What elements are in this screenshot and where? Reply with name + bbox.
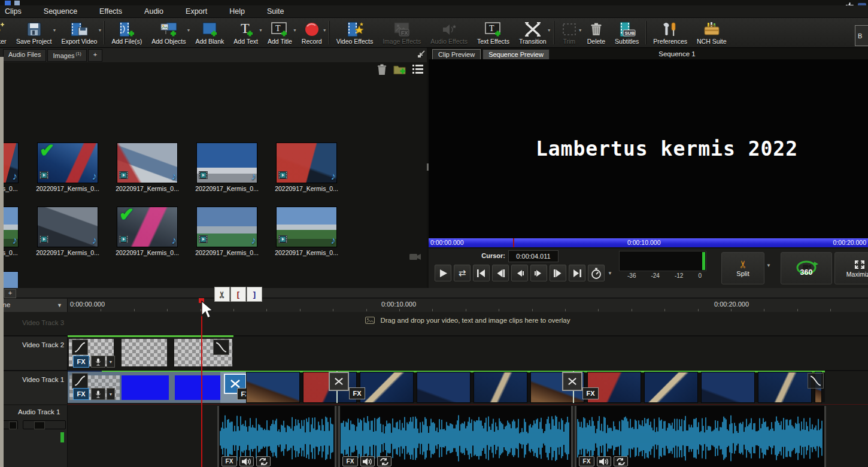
audio-fx-button[interactable]: FX: [221, 456, 237, 466]
cursor-time-field[interactable]: 0:00:04.011: [508, 250, 559, 262]
media-tab-images[interactable]: Images (1): [47, 49, 86, 62]
blue-title-clip[interactable]: [175, 375, 220, 400]
media-clip-thumbnail-partial[interactable]: ♪: [0, 207, 18, 247]
slider-handle[interactable]: [34, 421, 45, 429]
maker-button[interactable]: Maker: [0, 18, 11, 47]
text-effects-button[interactable]: TText Effects: [472, 18, 514, 47]
partial-right-button[interactable]: B: [855, 25, 868, 46]
narration-mic-button[interactable]: [91, 356, 105, 368]
trim-end-button[interactable]: ]: [247, 287, 262, 302]
loop-button[interactable]: ⇄: [454, 265, 471, 281]
preview-scrub-bar[interactable]: 0:00:00.000 0:00:10.000 0:00:20.000: [429, 238, 868, 247]
audio-volume-button[interactable]: [239, 456, 254, 466]
media-clip-thumbnail-partial[interactable]: ♪: [0, 143, 18, 183]
step-forward-button[interactable]: [530, 265, 547, 281]
split-dropdown-caret[interactable]: ▼: [766, 263, 771, 268]
audio-loop-button[interactable]: [377, 456, 391, 466]
clip-fx-button[interactable]: FX: [73, 356, 89, 368]
clip-fx-badge[interactable]: FX: [349, 387, 365, 399]
track-volume-slider[interactable]: [0, 420, 18, 429]
menu-export[interactable]: Export: [186, 7, 207, 16]
dropdown-caret-icon[interactable]: ▼: [53, 28, 57, 32]
media-clip-thumbnail[interactable]: ♪: [197, 143, 257, 183]
nch-suite-button[interactable]: NCH Suite: [692, 18, 732, 47]
video-effects-button[interactable]: Video Effects: [332, 18, 378, 47]
audio-volume-button[interactable]: [597, 456, 611, 466]
media-clip-thumbnail[interactable]: ♪: [38, 207, 98, 247]
step-back-button[interactable]: [511, 265, 528, 281]
dropdown-caret-icon[interactable]: ▼: [98, 28, 102, 32]
speed-dropdown-caret[interactable]: ▼: [608, 271, 612, 276]
add-title-button[interactable]: TAdd Title▼: [263, 18, 297, 47]
media-tab-audio-files[interactable]: Audio Files: [3, 49, 46, 62]
dropdown-caret-icon[interactable]: ▼: [578, 28, 582, 32]
spherical-360-button[interactable]: 360: [781, 252, 832, 284]
audio-clip[interactable]: FX: [575, 406, 826, 467]
track-pan-slider[interactable]: [23, 420, 66, 429]
fade-out-icon[interactable]: [213, 339, 229, 355]
add-text-button[interactable]: TAdd Text▼: [229, 18, 263, 47]
audio-clip[interactable]: FX: [217, 406, 336, 467]
split-at-playhead-button[interactable]: ✂: [214, 287, 230, 302]
clip-fx-badge[interactable]: FX: [582, 387, 599, 399]
menu-effects[interactable]: Effects: [99, 7, 122, 16]
timeline-view-selector[interactable]: ine ▼: [0, 299, 68, 312]
trim-start-button[interactable]: [: [230, 287, 246, 302]
media-clip-thumbnail[interactable]: ♪✔: [117, 207, 177, 247]
media-clip-thumbnail[interactable]: ♪: [117, 143, 177, 183]
add-objects-button[interactable]: Add Objects▼: [147, 18, 190, 47]
preferences-button[interactable]: Preferences: [648, 18, 692, 47]
playback-speed-button[interactable]: [588, 265, 605, 281]
dropdown-caret-icon[interactable]: ▼: [323, 28, 327, 32]
timeline-ruler[interactable]: 0:00:00.0000:00:10.0000:00:20.000: [68, 299, 868, 312]
menu-help[interactable]: Help: [229, 7, 245, 16]
maximize-button[interactable]: Maximize: [834, 252, 868, 284]
save-project-button[interactable]: Save Project▼: [11, 18, 57, 47]
audio-fx-button[interactable]: FX: [579, 456, 594, 466]
audio-loop-button[interactable]: [614, 456, 628, 466]
fade-in-icon[interactable]: [72, 373, 88, 389]
audio-loop-button[interactable]: [256, 456, 271, 466]
add-blank-button[interactable]: Add Blank: [190, 18, 229, 47]
play-button[interactable]: [435, 265, 451, 281]
fade-out-icon[interactable]: [808, 373, 824, 389]
transition-icon[interactable]: [329, 372, 349, 391]
menu-suite[interactable]: Suite: [267, 7, 284, 16]
narration-mic-button[interactable]: [91, 388, 105, 400]
transition-button[interactable]: Transition▼: [514, 18, 551, 47]
dropdown-caret-icon[interactable]: ▼: [187, 28, 191, 32]
transition-icon[interactable]: [562, 372, 582, 391]
audio-fx-button[interactable]: FX: [342, 456, 358, 466]
menu-audio[interactable]: Audio: [144, 7, 163, 16]
dropdown-caret-icon[interactable]: ▼: [293, 28, 297, 32]
audio-volume-button[interactable]: [360, 456, 375, 466]
preview-playhead[interactable]: [513, 238, 514, 247]
timeline-playhead[interactable]: [201, 299, 202, 467]
media-clip-thumbnail[interactable]: ♪: [197, 207, 257, 247]
slider-handle[interactable]: [9, 421, 17, 429]
menu-sequence[interactable]: Sequence: [44, 7, 77, 16]
dropdown-caret-icon[interactable]: ▼: [259, 28, 263, 32]
subtitles-button[interactable]: SUBSubtitles: [610, 18, 644, 47]
add-file-s-button[interactable]: Add File(s): [107, 18, 147, 47]
clip-menu-caret[interactable]: ▼: [107, 388, 115, 400]
media-clip-thumbnail[interactable]: ♪: [277, 143, 336, 183]
media-clip-thumbnail[interactable]: ♪: [277, 207, 336, 247]
media-tab-[interactable]: +: [88, 49, 102, 62]
clip-fx-button[interactable]: FX: [73, 388, 89, 400]
unpin-panel-icon[interactable]: [417, 50, 426, 60]
split-button[interactable]: ✂ Split: [721, 252, 764, 284]
fade-in-icon[interactable]: [72, 339, 88, 355]
dropdown-caret-icon[interactable]: ▼: [547, 28, 551, 32]
previous-frame-button[interactable]: [492, 265, 509, 281]
audio-clip[interactable]: FX: [338, 406, 573, 467]
go-to-end-button[interactable]: [569, 265, 585, 281]
blue-title-clip[interactable]: [122, 375, 169, 400]
record-button[interactable]: Record▼: [297, 18, 327, 47]
delete-button[interactable]: Delete: [582, 18, 610, 47]
go-to-start-button[interactable]: [473, 265, 490, 281]
media-clip-thumbnail[interactable]: ♪✔: [38, 143, 98, 183]
title-clip[interactable]: [122, 339, 167, 366]
next-frame-button[interactable]: [550, 265, 566, 281]
export-video-button[interactable]: Export Video▼: [57, 18, 102, 47]
